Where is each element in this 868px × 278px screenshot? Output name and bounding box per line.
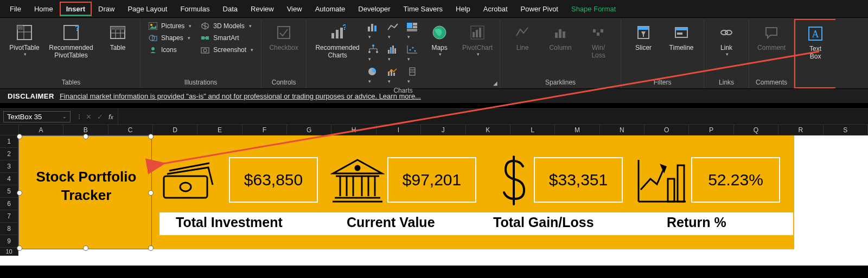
timeline-button[interactable]: Timeline	[662, 20, 700, 54]
funnel-chart-button[interactable]: ▾	[406, 67, 418, 85]
pivottable-button[interactable]: PivotTable ▾	[5, 20, 43, 60]
col-header[interactable]: N	[600, 125, 644, 135]
col-header[interactable]: C	[108, 125, 153, 135]
treemap-chart-button[interactable]: ▾	[406, 22, 418, 40]
3d-models-button[interactable]: 3D Models▾	[198, 21, 256, 31]
resize-handle[interactable]	[148, 245, 154, 251]
resize-handle[interactable]	[17, 245, 22, 251]
col-header[interactable]: I	[376, 125, 421, 135]
formula-bar[interactable]	[118, 109, 868, 124]
timeline-label: Timeline	[669, 44, 694, 51]
col-header[interactable]: K	[466, 125, 510, 135]
tab-automate[interactable]: Automate	[309, 2, 352, 16]
tab-power-pivot[interactable]: Power Pivot	[514, 2, 565, 16]
resize-handle[interactable]	[17, 190, 22, 196]
row-header[interactable]: 4	[0, 173, 18, 185]
tab-data[interactable]: Data	[216, 2, 244, 16]
col-header[interactable]: F	[242, 125, 287, 135]
icons-button[interactable]: Icons	[146, 45, 194, 55]
chevron-down-icon[interactable]: ⌄	[62, 114, 67, 119]
row-header[interactable]: 10	[0, 248, 18, 256]
enter-icon[interactable]: ✓	[97, 113, 103, 121]
maps-button[interactable]: Maps ▾	[420, 20, 458, 60]
svg-point-81	[180, 183, 191, 191]
recommended-pivottables-button[interactable]: ? Recommended PivotTables	[43, 20, 99, 62]
pie-chart-button[interactable]: ▾	[367, 67, 379, 85]
combo-chart-button[interactable]: ▾	[387, 67, 399, 85]
scatter-chart-button[interactable]: ▾	[406, 44, 418, 62]
shapes-button[interactable]: Shapes▾	[146, 33, 194, 43]
hierarchy-chart-button[interactable]: ▾	[367, 44, 379, 62]
col-header[interactable]: M	[555, 125, 599, 135]
row-header[interactable]: 7	[0, 210, 18, 223]
metric-value-box: $63,850	[229, 157, 318, 203]
resize-handle[interactable]	[148, 134, 154, 139]
col-header[interactable]: G	[287, 125, 331, 135]
tab-view[interactable]: View	[280, 2, 309, 16]
comment-label: Comment	[757, 44, 786, 51]
tab-formulas[interactable]: Formulas	[174, 2, 216, 16]
column-chart-button[interactable]: ▾	[367, 22, 379, 40]
table-button[interactable]: Table	[99, 20, 137, 54]
row-header[interactable]: 6	[0, 198, 18, 210]
tab-home[interactable]: Home	[28, 2, 60, 16]
checkbox-button[interactable]: Checkbox	[265, 20, 303, 54]
sparkline-winloss-button[interactable]: Win/ Loss	[579, 20, 617, 62]
sparkline-line-button[interactable]: Line	[503, 20, 541, 54]
tab-page-layout[interactable]: Page Layout	[121, 2, 174, 16]
row-header[interactable]: 8	[0, 223, 18, 235]
smartart-button[interactable]: SmartArt	[198, 33, 256, 43]
resize-handle[interactable]	[83, 245, 88, 251]
row-header[interactable]: 5	[0, 185, 18, 198]
sparkline-winloss-icon	[591, 22, 606, 43]
link-button[interactable]: Link▾	[707, 20, 745, 60]
resize-handle[interactable]	[17, 134, 22, 139]
select-all-corner[interactable]	[0, 125, 19, 135]
col-header[interactable]: E	[197, 125, 242, 135]
sparkline-column-button[interactable]: Column	[541, 20, 579, 54]
svg-point-51	[414, 50, 416, 52]
svg-rect-64	[555, 33, 558, 38]
sparkline-line-label: Line	[516, 44, 529, 51]
col-header[interactable]: P	[689, 125, 733, 135]
col-header[interactable]: S	[824, 125, 868, 135]
pivotchart-button[interactable]: PivotChart ▾	[458, 20, 496, 60]
tab-review[interactable]: Review	[244, 2, 280, 16]
comment-button[interactable]: Comment	[752, 20, 790, 54]
row-header[interactable]: 1	[0, 135, 18, 148]
tab-file[interactable]: File	[3, 2, 28, 16]
row-header[interactable]: 9	[0, 235, 18, 248]
name-box[interactable]: TextBox 35 ⌄	[3, 111, 71, 122]
chevron-down-icon: ▾	[189, 23, 192, 29]
tab-help[interactable]: Help	[449, 2, 477, 16]
row-header[interactable]: 3	[0, 160, 18, 173]
cancel-icon[interactable]: ✕	[86, 113, 92, 121]
resize-handle[interactable]	[148, 190, 154, 196]
statistic-chart-button[interactable]: ▾	[387, 44, 399, 62]
col-header[interactable]: Q	[734, 125, 778, 135]
tab-shape-format[interactable]: Shape Format	[565, 2, 622, 16]
col-header[interactable]: J	[421, 125, 465, 135]
row-header[interactable]: 2	[0, 148, 18, 160]
tab-draw[interactable]: Draw	[92, 2, 121, 16]
slicer-button[interactable]: Slicer	[624, 20, 662, 54]
pictures-button[interactable]: Pictures▾	[146, 21, 194, 31]
col-header[interactable]: D	[153, 125, 197, 135]
col-header[interactable]: H	[331, 125, 376, 135]
charts-launcher-icon[interactable]: ◢	[493, 80, 497, 86]
col-header[interactable]: O	[644, 125, 689, 135]
recommended-charts-button[interactable]: ? Recommended Charts	[310, 20, 365, 62]
screenshot-button[interactable]: Screenshot▾	[198, 45, 256, 55]
col-header[interactable]: A	[19, 125, 63, 135]
grid-area[interactable]: Stock Portfolio Tracker $63,850 $97,201 …	[18, 135, 868, 266]
text-box-button[interactable]: AText Box	[796, 21, 834, 63]
tab-developer[interactable]: Developer	[352, 2, 397, 16]
tab-acrobat[interactable]: Acrobat	[477, 2, 514, 16]
line-chart-button[interactable]: ▾	[387, 22, 399, 40]
resize-handle[interactable]	[83, 134, 88, 139]
tab-insert[interactable]: Insert	[60, 2, 92, 16]
fx-icon[interactable]: fx	[108, 113, 113, 121]
col-header[interactable]: L	[510, 125, 555, 135]
tab-time-savers[interactable]: Time Savers	[397, 2, 449, 16]
col-header[interactable]: R	[778, 125, 823, 135]
